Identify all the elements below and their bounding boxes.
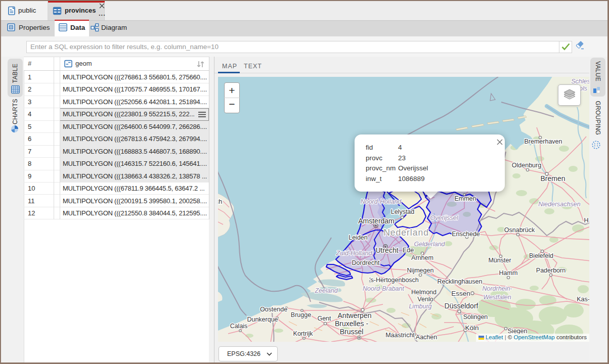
svg-text:Bielefeld: Bielefeld bbox=[529, 252, 553, 259]
svg-text:Dordrecht: Dordrecht bbox=[352, 259, 380, 266]
svg-text:Overijssel: Overijssel bbox=[430, 214, 459, 221]
svg-text:Oldenburg: Oldenburg bbox=[512, 162, 541, 169]
svg-text:Osnabrück: Osnabrück bbox=[504, 226, 535, 234]
svg-text:Paderborn: Paderborn bbox=[536, 267, 566, 274]
svg-text:Essen: Essen bbox=[451, 290, 470, 297]
svg-text:Zuid-Holland: Zuid-Holland bbox=[336, 250, 373, 257]
svg-text:Gelderland: Gelderland bbox=[414, 241, 445, 248]
svg-text:Venlo: Venlo bbox=[417, 296, 433, 303]
svg-text:Kas-: Kas- bbox=[577, 296, 589, 303]
svg-text:Köln: Köln bbox=[465, 324, 478, 332]
svg-text:Oostende: Oostende bbox=[260, 306, 287, 313]
svg-text:Limburg: Limburg bbox=[409, 303, 431, 310]
svg-text:Hamm: Hamm bbox=[499, 269, 518, 277]
svg-text:Arnhem: Arnhem bbox=[411, 254, 433, 261]
svg-text:Niedersachsen: Niedersachsen bbox=[538, 201, 580, 208]
svg-text:Enschede: Enschede bbox=[452, 231, 480, 238]
svg-text:Amsterdam: Amsterdam bbox=[358, 217, 395, 225]
svg-text:Helmond: Helmond bbox=[411, 289, 437, 296]
svg-text:Münster: Münster bbox=[488, 257, 511, 264]
svg-text:Dunkerque: Dunkerque bbox=[247, 316, 278, 323]
svg-text:Lelystad: Lelystad bbox=[391, 208, 415, 215]
svg-text:Nordrhein-: Nordrhein- bbox=[482, 285, 512, 292]
svg-text:Westfalen: Westfalen bbox=[483, 294, 511, 301]
svg-text:Calais: Calais bbox=[230, 323, 248, 330]
svg-text:Nederland: Nederland bbox=[383, 228, 429, 238]
svg-text:Emmen: Emmen bbox=[454, 195, 476, 202]
svg-text:Leiden: Leiden bbox=[349, 234, 368, 241]
svg-text:Bremen: Bremen bbox=[540, 174, 565, 183]
svg-text:Noord-Brabant: Noord-Brabant bbox=[363, 285, 405, 292]
svg-text:H: H bbox=[584, 217, 588, 224]
svg-text:Brugge: Brugge bbox=[291, 311, 311, 318]
svg-text:Brussel: Brussel bbox=[340, 328, 364, 336]
svg-text:ch: ch bbox=[218, 198, 222, 205]
svg-text:Nijmegen: Nijmegen bbox=[407, 267, 434, 274]
svg-text:Bremerhaven: Bremerhaven bbox=[524, 138, 562, 145]
svg-text:Recklinghausen: Recklinghausen bbox=[438, 278, 483, 285]
svg-text:Maastricht: Maastricht bbox=[385, 332, 415, 339]
svg-text:Antwerpen: Antwerpen bbox=[338, 311, 372, 320]
svg-text:Solingen: Solingen bbox=[463, 313, 488, 321]
svg-text:Düsseldorf: Düsseldorf bbox=[445, 302, 478, 310]
svg-text:Bruxelles -: Bruxelles - bbox=[335, 320, 368, 328]
svg-text:Zeeland: Zeeland bbox=[314, 287, 338, 294]
svg-text:Utrecht: Utrecht bbox=[375, 246, 398, 254]
svg-text:Schles: Schles bbox=[571, 78, 589, 85]
svg-text:Noord-Holland: Noord-Holland bbox=[361, 198, 402, 205]
svg-text:Gent: Gent bbox=[317, 315, 331, 322]
svg-text:'s-Hertogenbosch: 's-Hertogenbosch bbox=[369, 277, 419, 284]
svg-text:Kortrijk: Kortrijk bbox=[293, 330, 314, 337]
svg-text:Aachen: Aachen bbox=[416, 334, 437, 341]
svg-text:Ede: Ede bbox=[403, 247, 414, 254]
